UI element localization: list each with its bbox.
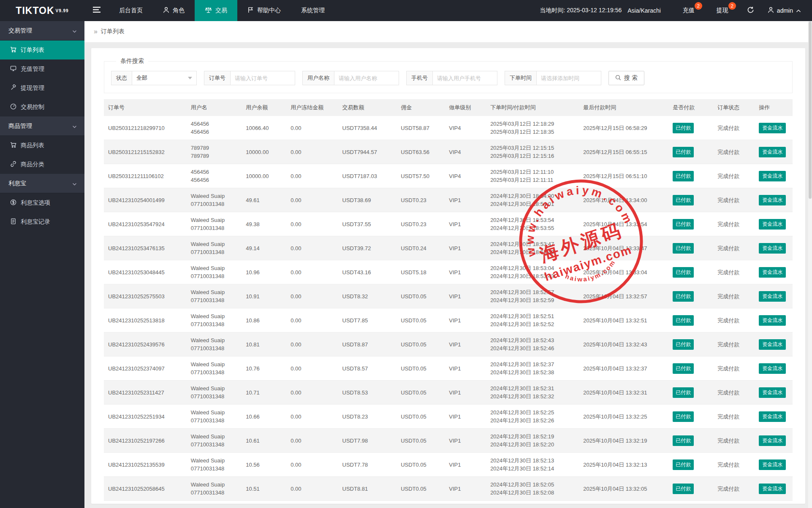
message-icon: [10, 65, 16, 73]
sidebar-item-recharge-management[interactable]: 充值管理: [0, 59, 84, 78]
table-row: UB2412310254001499Waleed Suaip0771003134…: [104, 188, 793, 212]
user-name-input[interactable]: [334, 71, 399, 85]
person-icon: [768, 7, 774, 14]
order-status: 完成付款: [713, 453, 755, 477]
user-balance: 10.81: [242, 332, 286, 357]
status-label: 状态: [111, 71, 132, 85]
commission: USDT0.05: [396, 477, 445, 501]
scales-icon: [205, 7, 212, 15]
fund-flow-button[interactable]: 资金流水: [759, 267, 786, 278]
paid-status-badge: 已付款: [673, 291, 694, 302]
fund-flow-button[interactable]: 资金流水: [759, 195, 786, 205]
last-pay-time: 2025年10月04日 13:33:54: [579, 212, 668, 236]
scrollbar-thumb[interactable]: [809, 22, 812, 199]
last-pay-time: 2025年10月04日 13:32:31: [579, 381, 668, 405]
sidebar-item-order-list[interactable]: 订单列表: [0, 41, 84, 59]
refresh-button[interactable]: [739, 0, 762, 21]
withdraw-notice-button[interactable]: 提现 2: [706, 0, 739, 21]
order-level: VIP1: [445, 381, 486, 405]
hammer-icon: [10, 84, 16, 92]
fund-flow-button[interactable]: 资金流水: [759, 147, 786, 157]
fund-flow-button[interactable]: 资金流水: [759, 171, 786, 181]
phone-filter-group: 手机号: [406, 71, 497, 85]
nav-label: 角色: [173, 7, 185, 14]
nav-item-dashboard[interactable]: 后台首页: [109, 0, 153, 21]
order-time-input[interactable]: [537, 71, 601, 85]
topbar-right: 当地时间: 2025-03-12 12:19:56 Asia/Karachi 充…: [540, 0, 812, 21]
vertical-scrollbar[interactable]: [808, 21, 812, 508]
nav-item-system[interactable]: 系统管理: [291, 0, 335, 21]
fund-flow-button[interactable]: 资金流水: [759, 387, 786, 398]
user-name: Waleed Suaip07710031348: [187, 308, 242, 332]
status-selected-value: 全部: [136, 74, 147, 82]
fund-flow-button[interactable]: 资金流水: [759, 363, 786, 374]
order-time-pay-time: 2024年12月30日 18:52:372024年12月30日 18:52:38: [486, 357, 579, 381]
fund-flow-button[interactable]: 资金流水: [759, 123, 786, 133]
sidebar-item-interest-records[interactable]: 利息宝记录: [0, 212, 84, 231]
sidebar-item-interest-options[interactable]: 利息宝选项: [0, 193, 84, 212]
order-no-input[interactable]: [231, 71, 295, 85]
user-menu[interactable]: admin: [762, 0, 812, 21]
person-icon: [163, 7, 169, 14]
fund-flow-button[interactable]: 资金流水: [759, 243, 786, 254]
link-icon: [10, 161, 16, 168]
search-button[interactable]: 搜 索: [608, 71, 644, 85]
order-level: VIP1: [445, 284, 486, 308]
sidebar-item-product-list[interactable]: 商品列表: [0, 136, 84, 155]
refresh-icon: [747, 6, 754, 15]
sidebar-group-label: 交易管理: [8, 27, 32, 35]
trade-amount: USDT8.32: [338, 284, 397, 308]
sidebar-toggle-button[interactable]: [84, 0, 109, 21]
fund-flow-button[interactable]: 资金流水: [759, 484, 786, 494]
order-id: UB2412310253476135: [104, 236, 187, 260]
fund-flow-button[interactable]: 资金流水: [759, 219, 786, 230]
nav-item-roles[interactable]: 角色: [153, 0, 195, 21]
orders-table: 订单号用户名用户余额用户冻结金额交易数额佣金做单级别下单时间/付款时间最后付款时…: [104, 99, 793, 501]
last-pay-time: 2025年10月04日 13:32:43: [579, 332, 668, 357]
user-name: Waleed Suaip07710031348: [187, 212, 242, 236]
fund-flow-button[interactable]: 资金流水: [759, 315, 786, 326]
withdraw-label: 提现: [717, 7, 728, 14]
content-area: 条件搜索 状态 全部 订单号 用户名称: [84, 42, 812, 508]
fund-flow-button[interactable]: 资金流水: [759, 411, 786, 422]
fund-flow-button[interactable]: 资金流水: [759, 339, 786, 350]
sidebar-item-product-category[interactable]: 商品分类: [0, 155, 84, 174]
sidebar-item-trade-control[interactable]: 交易控制: [0, 97, 84, 116]
sidebar-group-product-management[interactable]: 商品管理: [0, 116, 84, 136]
order-level: VIP1: [445, 308, 486, 332]
user-frozen-amount: 0.00: [286, 405, 338, 429]
sidebar-item-label: 商品列表: [21, 142, 44, 149]
table-header: 订单号用户名用户余额用户冻结金额交易数额佣金做单级别下单时间/付款时间最后付款时…: [104, 99, 793, 116]
table-row: UB2412310252374097Waleed Suaip0771003134…: [104, 357, 793, 381]
sidebar-group-trade-management[interactable]: 交易管理: [0, 21, 84, 41]
commission: USDT0.05: [396, 453, 445, 477]
recharge-notice-button[interactable]: 充值 2: [672, 0, 706, 21]
user-balance: 49.38: [242, 212, 286, 236]
nav-item-help-center[interactable]: 帮助中心: [237, 0, 291, 21]
nav-item-trade[interactable]: 交易: [195, 0, 237, 21]
gauge-icon: [10, 103, 16, 111]
fund-flow-button[interactable]: 资金流水: [759, 459, 786, 470]
column-header: 是否付款: [668, 99, 713, 116]
order-level: VIP1: [445, 477, 486, 501]
sidebar-group-interest-treasure[interactable]: 利息宝: [0, 174, 84, 193]
cart-icon: [10, 142, 16, 149]
fund-flow-button[interactable]: 资金流水: [759, 435, 786, 446]
fund-flow-button[interactable]: 资金流水: [759, 291, 786, 302]
user-balance: 10.86: [242, 308, 286, 332]
trade-amount: USDT7.78: [338, 453, 397, 477]
table-row: UB2412310252197266Waleed Suaip0771003134…: [104, 429, 793, 453]
search-button-label: 搜 索: [624, 74, 638, 82]
recharge-count-badge: 2: [695, 2, 702, 10]
phone-input[interactable]: [433, 71, 497, 85]
order-status: 完成付款: [713, 284, 755, 308]
order-level: VIP1: [445, 332, 486, 357]
status-select[interactable]: 全部: [132, 71, 196, 85]
column-header: 下单时间/付款时间: [486, 99, 579, 116]
chevron-down-icon: [72, 123, 77, 130]
sidebar-item-withdraw-management[interactable]: 提现管理: [0, 78, 84, 97]
order-time-pay-time: 2025年03月12日 12:11:102025年03月12日 12:11:11: [486, 164, 579, 188]
order-time-pay-time: 2024年12月30日 18:52:132024年12月30日 18:52:14: [486, 453, 579, 477]
commission: USDT0.05: [396, 308, 445, 332]
order-time-pay-time: 2024年12月30日 18:53:542024年12月30日 18:53:55: [486, 212, 579, 236]
